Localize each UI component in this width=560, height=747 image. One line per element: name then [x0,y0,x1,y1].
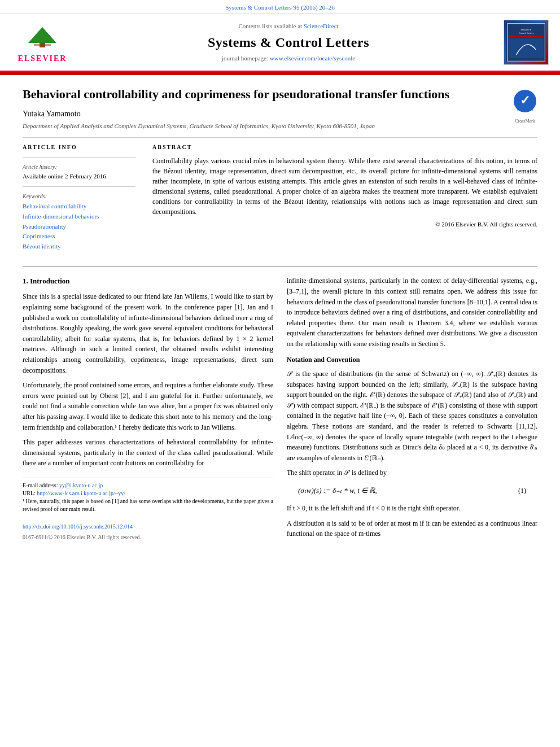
elsevier-brand-text: ELSEVIER [18,53,67,64]
doi-text: http://dx.doi.org/10.1016/j.sysconle.201… [23,523,133,530]
notation-heading: Notation and Convention [287,355,537,365]
contents-available-line: Contents lists available at ScienceDirec… [73,22,504,30]
svg-rect-9 [509,38,543,58]
history-label: Article history: [23,163,135,171]
journal-reference-bar: Systems & Control Letters 95 (2016) 20–2… [0,0,560,14]
crossmark-badge[interactable]: ✓ CrossMark CrossMark [513,89,537,124]
abstract-text: Controllability plays various crucial ro… [152,156,537,217]
header-divider [23,137,537,138]
shift-operator-text: The shift operator in 𝒮′ is defined by [287,468,537,478]
formula-content: (σₜw)(s) := δ₋ₜ * w, t ∈ ℝ, [298,485,377,496]
keywords-label: Keywords: [23,193,135,200]
svg-text:✓: ✓ [520,93,530,107]
journal-title-heading: Systems & Control Letters [73,33,504,53]
footer-copyright: 0167-6911/© 2016 Elsevier B.V. All right… [23,533,273,542]
url-label: URL: [23,490,36,496]
article-history-section: Article history: Available online 2 Febr… [23,163,135,181]
url-value[interactable]: http://www-ics.acs.i.kyoto-u.ac.jp/~yy/ [37,490,125,496]
keyword-infinite: Infinite-dimensional behaviors [23,212,135,222]
footnote-area: E-mail address: yy@i.kyoto-u.ac.jp URL: … [23,478,273,513]
article-info-panel: ARTICLE INFO Article history: Available … [23,143,135,257]
journal-reference-text: Systems & Control Letters 95 (2016) 20–2… [225,4,335,11]
keyword-bezout: Bézout identity [23,242,135,252]
right-para1: infinite-dimensional systems, particular… [287,276,537,349]
section1-para2: Unfortunately, the proof contained some … [23,380,273,433]
paper-content-area: ✓ CrossMark CrossMark Behavioral control… [0,75,560,555]
info-mid-divider [23,186,135,187]
doi-link[interactable]: http://dx.doi.org/10.1016/j.sysconle.201… [23,522,273,531]
right-para2: 𝒮′ is the space of distributions (in the… [287,369,537,463]
copyright-notice: © 2016 Elsevier B.V. All rights reserved… [152,220,537,229]
author-affiliation: Department of Applied Analysis and Compl… [23,122,537,130]
body-content-area: 1. Introduction Since this is a special … [23,276,537,544]
after-formula-text: If t > 0, it is the left shift and if t … [287,503,537,514]
svg-text:CrossMark: CrossMark [517,108,533,112]
elsevier-tree-icon [23,26,62,47]
section1-para3: This paper addresses various characteriz… [23,437,273,469]
author-name: Yutaka Yamamoto [23,108,537,120]
email-label: E-mail address: [23,482,58,488]
right-para3: A distribution α is said to be of order … [287,518,537,539]
cover-svg: Systems & Control Letters [506,20,546,65]
body-right-column: infinite-dimensional systems, particular… [287,276,537,544]
body-left-column: 1. Introduction Since this is a special … [23,276,273,544]
article-info-heading: ARTICLE INFO [23,143,135,151]
info-top-divider [23,157,135,158]
elsevier-logo-image [11,21,73,52]
crossmark-label: CrossMark [513,118,537,124]
article-info-abstract-section: ARTICLE INFO Article history: Available … [23,143,537,257]
formula-number: (1) [518,486,526,496]
abstract-panel: ABSTRACT Controllability plays various c… [152,143,537,257]
homepage-line: journal homepage: www.elsevier.com/locat… [73,54,504,63]
email-footnote: E-mail address: yy@i.kyoto-u.ac.jp [23,482,273,490]
journal-header: ELSEVIER Contents lists available at Sci… [0,14,560,72]
keyword-behavioral: Behavioral controllability [23,202,135,212]
url-footnote: URL: http://www-ics.acs.i.kyoto-u.ac.jp/… [23,490,273,497]
formula-block: (σₜw)(s) := δ₋ₜ * w, t ∈ ℝ, (1) [287,483,537,499]
paper-title: Behavioral controllability and coprimene… [23,86,537,103]
crossmark-icon: ✓ CrossMark [513,89,537,113]
svg-text:Systems &: Systems & [520,28,532,31]
email-value[interactable]: yy@i.kyoto-u.ac.jp [59,482,103,488]
available-online-value: Available online 2 February 2016 [23,172,135,181]
keywords-section: Keywords: Behavioral controllability Inf… [23,193,135,251]
section1-para1: Since this is a special issue dedicated … [23,291,273,375]
keyword-coprimeness: Coprimeness [23,231,135,242]
keywords-list: Behavioral controllability Infinite-dime… [23,202,135,251]
science-direct-link[interactable]: ScienceDirect [304,23,339,29]
journal-header-center: Contents lists available at ScienceDirec… [73,22,504,63]
journal-cover-image: Systems & Control Letters [504,20,549,65]
section1-heading: 1. Introduction [23,276,273,287]
keyword-pseudorationality: Pseudorationality [23,222,135,232]
svg-text:Control Letters: Control Letters [519,32,534,35]
abstract-heading: ABSTRACT [152,143,537,151]
main-section-divider [23,266,537,267]
footnote1-text: ¹ Here, naturally, this paper is based o… [23,497,273,513]
elsevier-logo: ELSEVIER [11,21,73,64]
homepage-url[interactable]: www.elsevier.com/locate/sysconle [270,55,355,62]
svg-rect-3 [34,44,51,46]
